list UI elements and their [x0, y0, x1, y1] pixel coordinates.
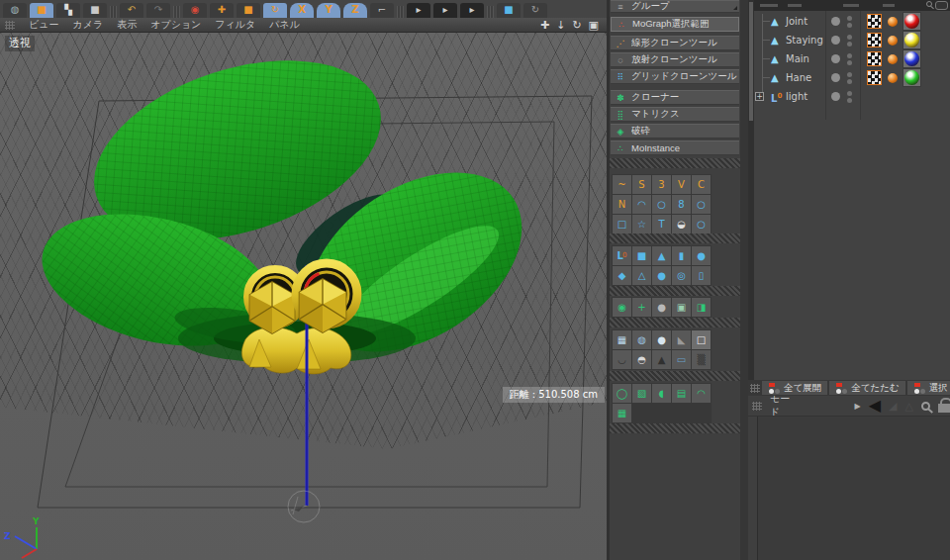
- texture-mode-icon[interactable]: ▚: [56, 3, 80, 18]
- phong-tag-icon[interactable]: [888, 17, 898, 27]
- menu-panel[interactable]: パネル: [269, 18, 300, 32]
- menu-camera[interactable]: カメラ: [72, 18, 103, 32]
- landscape-icon[interactable]: ▲: [652, 350, 671, 369]
- mograph-item-radial-clone[interactable]: ◌ 放射クローンツール: [611, 52, 739, 67]
- texture-tag-icon[interactable]: [867, 51, 882, 66]
- ellipse-spline-icon[interactable]: ○: [692, 215, 711, 233]
- perspective-viewport[interactable]: Y Z X 透視 距離 : 510.508 cm: [0, 33, 607, 560]
- render-picture-viewer-icon[interactable]: ▸: [433, 3, 457, 18]
- editor-visibility-dot[interactable]: [831, 36, 840, 45]
- mograph-item-cloner[interactable]: ✽ クローナー: [611, 90, 739, 105]
- foreground-icon[interactable]: ◡: [613, 350, 631, 369]
- render-visibility-dots[interactable]: [847, 53, 852, 58]
- render-visibility-dots[interactable]: [847, 16, 852, 21]
- rotate-view-icon[interactable]: ↻: [572, 19, 581, 32]
- symmetry-icon[interactable]: ◨: [692, 298, 711, 317]
- editor-visibility-dot[interactable]: [831, 17, 840, 26]
- screen-icon[interactable]: ▭: [672, 350, 691, 369]
- atom-array-icon[interactable]: +: [632, 298, 651, 317]
- object-name[interactable]: Main: [786, 53, 809, 64]
- material-preview[interactable]: [902, 12, 921, 31]
- editor-visibility-dot[interactable]: [831, 73, 840, 82]
- stage-icon[interactable]: ◣: [672, 330, 691, 349]
- material-preview[interactable]: [902, 31, 921, 49]
- extrude-icon[interactable]: ▧: [632, 384, 651, 403]
- floor-icon[interactable]: ▦: [613, 330, 631, 349]
- texture-tag-icon[interactable]: [867, 70, 882, 85]
- undo-icon[interactable]: ↶: [120, 3, 143, 18]
- palette-grip[interactable]: [610, 158, 740, 168]
- object-name[interactable]: Hane: [786, 72, 811, 83]
- palette-grip[interactable]: [610, 286, 740, 296]
- menubar-grip[interactable]: [5, 21, 15, 30]
- sphere-icon[interactable]: ●: [652, 266, 671, 285]
- lock-icon[interactable]: [938, 404, 950, 413]
- rectangle-spline-icon[interactable]: □: [613, 215, 631, 233]
- palette-grip[interactable]: [610, 423, 740, 433]
- menu-display[interactable]: 表示: [117, 18, 137, 32]
- metaball-icon[interactable]: ●: [652, 298, 671, 317]
- hypernurbs-icon[interactable]: ◯: [613, 384, 631, 403]
- object-name[interactable]: Joint: [786, 16, 808, 27]
- lathe-icon[interactable]: ◖: [652, 384, 671, 403]
- lock-y-axis-icon[interactable]: Y: [317, 3, 340, 18]
- cone-icon[interactable]: ▲: [652, 246, 671, 265]
- object-row-staying[interactable]: ▲ Staying: [754, 31, 950, 49]
- object-row-light[interactable]: + L0 light: [754, 87, 950, 106]
- object-manager-header[interactable]: [754, 0, 950, 11]
- palette-grip[interactable]: [610, 371, 740, 381]
- circle-spline-icon[interactable]: ○: [652, 195, 671, 214]
- palette-grip[interactable]: [610, 233, 740, 243]
- texture-tag-icon[interactable]: [867, 33, 882, 47]
- array-icon[interactable]: ◉: [613, 298, 631, 317]
- select-button[interactable]: 選択: [907, 381, 950, 395]
- nside-icon[interactable]: ○: [692, 195, 711, 214]
- modebar-grip[interactable]: [752, 402, 762, 411]
- clouds-icon[interactable]: ▒: [692, 350, 711, 369]
- globe-tool-icon[interactable]: ◍: [3, 3, 27, 18]
- freehand-spline-icon[interactable]: ~: [613, 175, 631, 194]
- object-mode-icon[interactable]: ■: [83, 3, 107, 18]
- object-name[interactable]: Staying: [786, 35, 823, 46]
- render-settings-icon[interactable]: ▸: [460, 3, 484, 18]
- akima-spline-icon[interactable]: N: [613, 195, 631, 214]
- object-row-main[interactable]: ▲ Main: [754, 49, 950, 68]
- background-icon[interactable]: □: [692, 330, 711, 349]
- camera-rotate-icon[interactable]: ↻: [523, 3, 547, 18]
- phong-tag-icon[interactable]: [888, 54, 898, 64]
- menu-options[interactable]: オプション: [150, 18, 201, 32]
- object-row-joint[interactable]: ▲ Joint: [754, 12, 950, 31]
- object-name[interactable]: light: [786, 91, 808, 102]
- pyramid-icon[interactable]: △: [632, 266, 651, 285]
- render-view-icon[interactable]: ▸: [407, 3, 430, 18]
- new-object-icon[interactable]: ■: [497, 3, 521, 18]
- helix-icon[interactable]: 8: [672, 195, 691, 214]
- view-label[interactable]: 透視: [5, 36, 35, 51]
- palette-grip[interactable]: [610, 318, 740, 327]
- mograph-item-fracture[interactable]: ◈ 破砕: [611, 124, 739, 139]
- phong-tag-icon[interactable]: [888, 73, 898, 83]
- select-tool-icon[interactable]: ◉: [183, 3, 207, 18]
- arc-icon[interactable]: ◠: [632, 195, 651, 214]
- search-icon[interactable]: [926, 1, 932, 7]
- model-mode-icon[interactable]: ■: [30, 3, 53, 18]
- render-visibility-dots[interactable]: [847, 35, 852, 40]
- lock-x-axis-icon[interactable]: X: [290, 3, 314, 18]
- menu-view[interactable]: ビュー: [29, 18, 58, 32]
- cube-icon[interactable]: ■: [632, 246, 651, 265]
- expand-all-button[interactable]: 全て展開: [762, 381, 827, 395]
- bezier-surface-icon[interactable]: ▦: [613, 404, 631, 422]
- mograph-item-linear-clone[interactable]: ⋰ 線形クローンツール: [611, 36, 739, 50]
- loft-icon[interactable]: ▤: [672, 384, 691, 403]
- mode-dropdown-icon[interactable]: ▶: [855, 402, 861, 411]
- pan-view-icon[interactable]: ✚: [540, 19, 549, 32]
- profile-spline-icon[interactable]: ◒: [672, 215, 691, 233]
- editor-visibility-dot[interactable]: [831, 92, 840, 101]
- move-tool-icon[interactable]: ✚: [210, 3, 234, 18]
- capsule-icon[interactable]: ▯: [692, 266, 711, 285]
- menu-filter[interactable]: フィルタ: [215, 18, 255, 32]
- text-spline-icon[interactable]: T: [652, 215, 671, 233]
- mograph-item-group[interactable]: ≡ グループ: [611, 0, 739, 13]
- star-spline-icon[interactable]: ☆: [632, 215, 651, 233]
- linear-spline-icon[interactable]: V: [672, 175, 691, 194]
